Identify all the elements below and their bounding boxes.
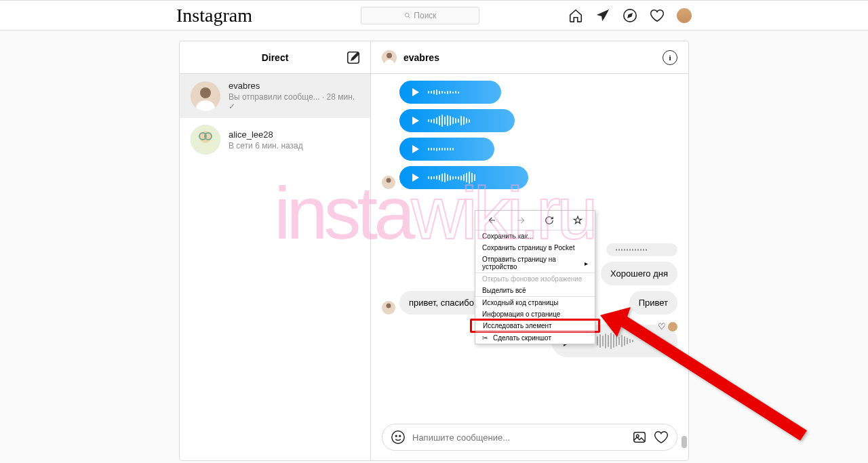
- audio-waveform: [428, 115, 505, 127]
- conversation-name: alice_lee28: [229, 129, 303, 140]
- svg-point-0: [406, 13, 410, 17]
- audio-waveform: [616, 249, 668, 251]
- scrollbar[interactable]: [682, 75, 687, 448]
- context-menu-item[interactable]: Выделить всё: [475, 285, 595, 296]
- avatar: [382, 301, 395, 315]
- message-input[interactable]: [412, 432, 625, 443]
- forward-icon[interactable]: [515, 215, 526, 226]
- conversation-status: Вы отправили сообще... · 28 мин. ✓: [229, 92, 359, 111]
- context-menu-item[interactable]: Сохранить страницу в Pocket: [475, 242, 595, 254]
- avatar: [191, 125, 220, 155]
- context-menu: Сохранить как...Сохранить страницу в Poc…: [475, 210, 595, 344]
- svg-point-16: [387, 178, 391, 183]
- svg-point-6: [200, 87, 211, 98]
- conversation-item[interactable]: evabres Вы отправили сообще... · 28 мин.…: [180, 74, 370, 118]
- back-icon[interactable]: [487, 215, 498, 226]
- heart-icon: ♡: [658, 321, 666, 331]
- text-message-outgoing[interactable]: Привет: [629, 291, 677, 315]
- conversation-name: evabres: [229, 81, 359, 91]
- context-menu-toolbar: [475, 211, 595, 230]
- bookmark-icon[interactable]: [572, 215, 583, 226]
- svg-point-21: [399, 435, 401, 437]
- conversation-status: В сети 6 мин. назад: [229, 141, 303, 150]
- voice-message-incoming[interactable]: [399, 109, 515, 132]
- avatar: [382, 176, 395, 189]
- profile-avatar[interactable]: [677, 8, 692, 23]
- audio-waveform: [428, 148, 485, 151]
- context-menu-item[interactable]: Отправить страницу на устройство▸: [475, 254, 595, 273]
- message-composer: [382, 424, 677, 451]
- chat-header: evabres i: [371, 41, 688, 74]
- photo-icon[interactable]: [632, 430, 647, 445]
- emoji-icon[interactable]: [391, 430, 406, 445]
- chevron-right-icon: ▸: [585, 260, 588, 267]
- text-message-incoming[interactable]: привет, спасибо: [399, 291, 484, 315]
- screenshot-icon: ✂: [482, 334, 490, 342]
- text-message-outgoing[interactable]: Хорошего дня: [601, 262, 677, 285]
- conversation-item[interactable]: alice_lee28 В сети 6 мин. назад: [180, 118, 370, 161]
- nav-icons: [568, 8, 692, 23]
- svg-point-19: [392, 431, 404, 443]
- play-icon[interactable]: [409, 143, 421, 155]
- chat-contact-name[interactable]: evabres: [403, 52, 439, 63]
- audio-waveform: [428, 172, 519, 184]
- messenger-icon[interactable]: [595, 8, 610, 23]
- svg-point-13: [387, 53, 392, 58]
- home-icon[interactable]: [568, 8, 583, 23]
- compose-icon[interactable]: [346, 50, 361, 65]
- svg-rect-22: [634, 432, 646, 443]
- svg-point-18: [387, 304, 391, 308]
- conversation-info: alice_lee28 В сети 6 мин. назад: [229, 129, 303, 150]
- context-menu-item[interactable]: Исследовать элемент: [470, 319, 600, 333]
- voice-message-incoming[interactable]: [399, 166, 528, 189]
- context-menu-item[interactable]: Исходный код страницы: [475, 296, 595, 308]
- audio-waveform: [428, 89, 492, 95]
- avatar: [191, 81, 220, 111]
- top-nav: Instagram Поиск: [0, 0, 868, 31]
- avatar[interactable]: [382, 50, 397, 65]
- play-icon[interactable]: [409, 86, 421, 98]
- voice-message-incoming[interactable]: [399, 138, 494, 161]
- info-icon[interactable]: i: [663, 50, 677, 65]
- svg-point-20: [395, 435, 397, 437]
- outgoing-group: Хорошего дня Привет ♡: [601, 243, 677, 331]
- reaction[interactable]: ♡: [658, 321, 677, 331]
- scrollbar-thumb[interactable]: [682, 436, 687, 448]
- voice-message-outgoing[interactable]: [606, 243, 677, 256]
- sidebar-title: Direct: [262, 52, 289, 63]
- conversation-info: evabres Вы отправили сообще... · 28 мин.…: [229, 81, 359, 111]
- conversations-sidebar: Direct evabres Вы отправили сообще... · …: [180, 41, 371, 460]
- context-menu-item[interactable]: ✂Сделать скриншот: [475, 331, 595, 344]
- sidebar-header: Direct: [180, 41, 370, 74]
- svg-line-1: [409, 16, 410, 18]
- direct-panel: Direct evabres Вы отправили сообще... · …: [179, 41, 689, 461]
- reload-icon[interactable]: [544, 215, 555, 226]
- context-menu-item[interactable]: Сохранить как...: [475, 230, 595, 242]
- avatar: [668, 322, 677, 331]
- svg-marker-3: [628, 14, 632, 18]
- voice-message-incoming[interactable]: [399, 81, 501, 104]
- play-icon[interactable]: [409, 115, 421, 127]
- play-icon[interactable]: [409, 172, 421, 184]
- search-input[interactable]: Поиск: [361, 7, 479, 24]
- heart-icon[interactable]: [654, 430, 669, 445]
- explore-icon[interactable]: [623, 8, 637, 23]
- context-menu-item: Открыть фоновое изображение: [475, 273, 595, 285]
- search-icon: [404, 12, 411, 19]
- instagram-logo[interactable]: Instagram: [176, 5, 252, 26]
- heart-icon[interactable]: [650, 8, 665, 23]
- search-placeholder: Поиск: [414, 11, 436, 20]
